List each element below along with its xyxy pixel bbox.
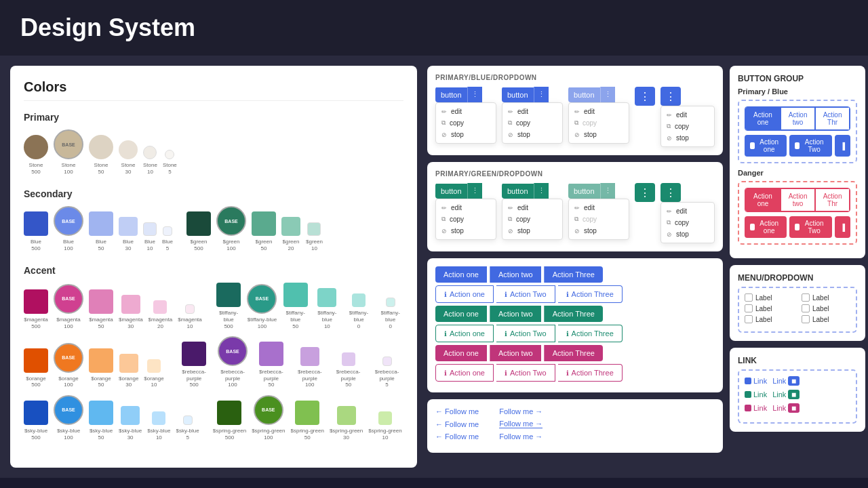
danger-action-two-grp[interactable]: Action two <box>781 188 815 211</box>
green-dropdown-2[interactable]: button ⋮ ✏edit ⧉copy ⊘stop <box>502 183 563 240</box>
green-menu-stop-3[interactable]: ⊘stop <box>569 225 629 237</box>
action-two-teal-solid[interactable]: Action two <box>490 306 541 322</box>
action-one-blue-outline[interactable]: ℹAction one <box>435 285 494 303</box>
blue-btn-1[interactable]: button <box>435 87 467 102</box>
checkbox-1[interactable] <box>745 293 753 302</box>
checkbox-3[interactable] <box>745 315 753 323</box>
action-two-pink-outline[interactable]: ℹAction Two <box>496 364 555 382</box>
green-standalone-btn-2[interactable]: ⋮ <box>660 183 681 202</box>
checkbox-5[interactable] <box>802 304 810 312</box>
link-left-1[interactable]: ← Follow me <box>435 407 479 415</box>
pink-link-item[interactable]: Link <box>745 404 767 412</box>
green-link-item[interactable]: Link <box>745 390 767 399</box>
action-two-grp[interactable]: Action two <box>781 107 815 130</box>
menu-item-label-3[interactable]: Label <box>745 315 793 323</box>
green-btn-3-icon[interactable]: ⋮ <box>600 183 615 199</box>
blue-standalone-with-menu[interactable]: ⋮ ✏edit ⧉copy ⊘stop <box>660 87 715 147</box>
menu-item-label-1[interactable]: Label <box>745 293 793 302</box>
action-three-blue-solid[interactable]: Action Three <box>544 266 603 283</box>
menu-item-label-4[interactable]: Label <box>802 293 850 302</box>
green-link-badge-item[interactable]: Link ◼ <box>772 390 800 399</box>
menu-item-label-6[interactable]: Label <box>802 315 850 323</box>
menu-item-stop-1[interactable]: ⊘stop <box>436 129 496 140</box>
blue-btn-1-icon[interactable]: ⋮ <box>467 87 482 102</box>
blue-link-item[interactable]: Link <box>745 377 767 385</box>
pink-link-text[interactable]: Link <box>753 404 767 412</box>
action-one-pink-solid[interactable]: Action one <box>435 345 487 361</box>
green-menu-stop-2[interactable]: ⊘stop <box>502 225 562 237</box>
blue-btn-3[interactable]: button <box>568 87 600 102</box>
blue-standalone-btn[interactable]: ⋮ <box>635 87 655 106</box>
menu-item-stop-4[interactable]: ⊘stop <box>661 132 714 144</box>
green-menu-copy-2[interactable]: ⧉copy <box>502 214 562 225</box>
green-menu-edit-2[interactable]: ✏edit <box>502 202 562 214</box>
link-right-2[interactable]: Follow me → <box>499 420 542 428</box>
blue-dropdown-2[interactable]: button ⋮ ✏edit ⧉copy ⊘stop <box>502 87 563 144</box>
green-menu-edit-1[interactable]: ✏edit <box>436 202 496 214</box>
action-three-pink-outline[interactable]: ℹAction Three <box>558 364 623 382</box>
action-two-teal-outline[interactable]: ℹAction Two <box>496 325 555 342</box>
green-menu-edit-4[interactable]: ✏edit <box>661 205 714 217</box>
green-btn-3[interactable]: button <box>568 184 600 199</box>
link-left-3[interactable]: ← Follow me <box>435 432 479 441</box>
menu-item-label-5[interactable]: Label <box>802 304 850 312</box>
link-left-2[interactable]: ← Follow me <box>435 420 479 428</box>
danger-action-one-check-btn[interactable]: Action one <box>745 216 787 238</box>
action-three-teal-outline[interactable]: ℹAction Three <box>558 325 623 342</box>
menu-item-stop-3[interactable]: ⊘stop <box>569 129 629 140</box>
menu-item-edit-4[interactable]: ✏edit <box>661 109 714 121</box>
green-standalone-with-menu[interactable]: ⋮ ✏edit ⧉copy ⊘stop <box>660 183 715 243</box>
action-one-pink-outline[interactable]: ℹAction one <box>435 364 494 382</box>
action-three-blue-outline[interactable]: ℹAction Three <box>558 285 623 303</box>
green-standalone-btn[interactable]: ⋮ <box>635 183 655 202</box>
menu-item-stop-2[interactable]: ⊘stop <box>502 129 562 140</box>
danger-action-one-grp[interactable]: Action one <box>745 188 781 211</box>
action-one-teal-outline[interactable]: ℹAction one <box>435 325 494 342</box>
action-two-blue-solid[interactable]: Action two <box>490 266 541 283</box>
green-menu-edit-3[interactable]: ✏edit <box>569 202 629 214</box>
action-one-teal-solid[interactable]: Action one <box>435 306 487 322</box>
green-menu-copy-1[interactable]: ⧉copy <box>436 214 496 225</box>
action-two-blue-outline[interactable]: ℹAction Two <box>496 285 555 303</box>
danger-action-three-grp[interactable]: Action Thr <box>815 188 850 211</box>
blue-link-text[interactable]: Link <box>753 377 767 385</box>
danger-action-two-check-btn[interactable]: Action Two <box>789 216 832 238</box>
link-right-3[interactable]: Follow me → <box>499 432 542 441</box>
menu-item-copy-4[interactable]: ⧉copy <box>661 121 714 132</box>
danger-action-icon-btn[interactable]: ▐ <box>835 216 850 238</box>
green-dropdown-1[interactable]: button ⋮ ✏edit ⧉copy ⊘stop <box>435 183 496 240</box>
action-two-check-btn[interactable]: Action Two <box>789 135 832 157</box>
green-btn-2-icon[interactable]: ⋮ <box>534 183 549 199</box>
checkbox-2[interactable] <box>745 304 753 312</box>
green-btn-1[interactable]: button <box>435 184 467 199</box>
green-btn-1-icon[interactable]: ⋮ <box>467 183 482 199</box>
action-two-pink-solid[interactable]: Action two <box>490 345 541 361</box>
link-right-1[interactable]: Follow me → <box>499 407 542 415</box>
action-one-grp[interactable]: Action one <box>745 107 781 130</box>
blue-link-badge-item[interactable]: Link ◼ <box>772 376 800 386</box>
pink-link-badge-item[interactable]: Link ◼ <box>772 403 800 413</box>
blue-standalone-btn-2[interactable]: ⋮ <box>660 87 681 106</box>
menu-item-label-2[interactable]: Label <box>745 304 793 312</box>
green-dropdown-3[interactable]: button ⋮ ✏edit ⧉copy ⊘stop <box>568 183 629 240</box>
action-three-grp[interactable]: Action Thr <box>815 107 850 130</box>
checkbox-6[interactable] <box>802 315 810 323</box>
danger-row1[interactable]: Action one Action two Action Thr <box>745 188 850 212</box>
blue-dropdown-3[interactable]: button ⋮ ✏edit ⧉copy ⊘stop <box>568 87 629 144</box>
menu-item-copy-2[interactable]: ⧉copy <box>502 117 562 129</box>
menu-item-edit-2[interactable]: ✏edit <box>502 106 562 117</box>
menu-item-edit-1[interactable]: ✏edit <box>436 106 496 117</box>
green-link-text[interactable]: Link <box>753 390 767 399</box>
green-menu-copy-4[interactable]: ⧉copy <box>661 217 714 228</box>
green-menu-stop-4[interactable]: ⊘stop <box>661 228 714 240</box>
action-icon-btn[interactable]: ▐ <box>835 135 850 157</box>
menu-item-copy-1[interactable]: ⧉copy <box>436 117 496 129</box>
action-three-pink-solid[interactable]: Action Three <box>544 345 603 361</box>
blue-btn-2-icon[interactable]: ⋮ <box>534 87 549 102</box>
blue-btn-2[interactable]: button <box>502 87 534 102</box>
blue-dropdown-1[interactable]: button ⋮ ✏edit ⧉copy ⊘stop <box>435 87 496 144</box>
action-one-blue-solid[interactable]: Action one <box>435 266 487 283</box>
blue-link-badge-text[interactable]: Link <box>772 377 786 385</box>
blue-btn-3-icon[interactable]: ⋮ <box>600 87 615 102</box>
primary-blue-row1[interactable]: Action one Action two Action Thr <box>745 106 850 131</box>
